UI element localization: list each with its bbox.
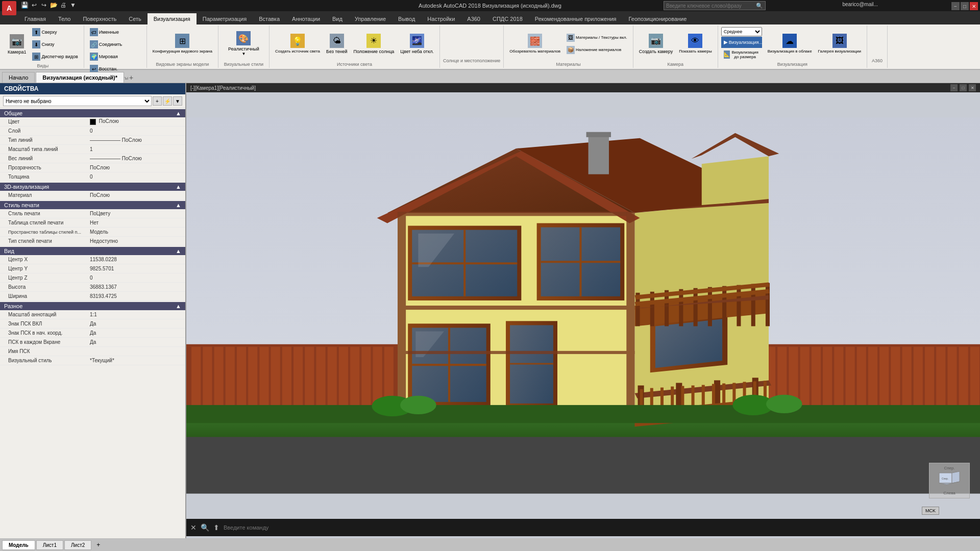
command-input[interactable]	[224, 524, 976, 531]
vp-maximize[interactable]: □	[960, 84, 967, 91]
tab-glavnaya[interactable]: Главная	[18, 13, 52, 24]
layout-tab-sheet2[interactable]: Лист2	[64, 540, 91, 550]
cloud-render-button[interactable]: ☁ Визуализация в облаке	[765, 32, 815, 55]
tab-annotacii[interactable]: Аннотации	[286, 13, 326, 24]
tab-spds[interactable]: СПДС 2018	[486, 13, 529, 24]
material-browser-button[interactable]: 🧱 Обозреватель материалов	[507, 32, 563, 55]
tab-nastroyki[interactable]: Настройки	[421, 13, 461, 24]
tab-telo[interactable]: Тело	[52, 13, 77, 24]
render-quality-select[interactable]: Среднее	[721, 27, 762, 36]
viewport[interactable]: [-][Камера1][Реалистичный] − □ ✕	[186, 83, 980, 538]
cmdline-search-icon[interactable]: 🔍	[201, 523, 209, 532]
tab-vizualizacia[interactable]: Визуализация	[148, 13, 197, 24]
show-cameras-button[interactable]: 👁 Показать камеры	[676, 32, 715, 55]
doc-tab-start[interactable]: Начало	[2, 72, 35, 83]
printstyle-section-header[interactable]: Стиль печати ▲	[0, 201, 185, 209]
misc-section-header[interactable]: Разное ▲	[0, 302, 185, 310]
join-button[interactable]: 🔗 Соединить	[87, 39, 143, 50]
object-selector[interactable]: Ничего не выбрано	[3, 96, 152, 106]
pstyletable-value[interactable]: Нет	[90, 220, 181, 226]
3d-section-header[interactable]: 3D-визуализация ▲	[0, 183, 185, 191]
tab-a360[interactable]: А360	[461, 13, 486, 24]
named-ucs-button[interactable]: 🏷 Именные	[87, 27, 143, 38]
cmdline-expand-icon[interactable]: ⬆	[213, 523, 219, 532]
props-filter-button[interactable]: ▼	[173, 96, 182, 106]
mck-button[interactable]: MCK	[922, 507, 939, 515]
vp-close[interactable]: ✕	[969, 84, 976, 91]
qat-save[interactable]: 💾	[20, 1, 29, 9]
close-button[interactable]: ✕	[970, 2, 978, 10]
qat-redo[interactable]: ↪	[40, 1, 48, 9]
tab-recommended[interactable]: Рекомендованные приложения	[529, 13, 623, 24]
general-section-header[interactable]: Общие ▲	[0, 109, 185, 117]
vp-minimize[interactable]: −	[950, 84, 958, 91]
new-tab-button[interactable]: +	[125, 72, 137, 83]
tab-vstavka[interactable]: Вставка	[253, 13, 286, 24]
noshadow-button[interactable]: 🌤 Без теней	[324, 32, 350, 56]
doc-tab-main[interactable]: Визуализация (исходный)*	[36, 72, 124, 83]
minimize-button[interactable]: −	[951, 2, 960, 10]
lineweight-value[interactable]: —————— ПоСлою	[90, 156, 181, 161]
props-pickadd-button[interactable]: +	[153, 96, 162, 106]
top-view-button[interactable]: ⬆ Сверху	[30, 27, 80, 38]
create-camera-button[interactable]: 📷 Создать камеру	[636, 32, 675, 56]
tab-vivod[interactable]: Вывод	[392, 13, 421, 24]
centerx-value[interactable]: 11538.0228	[90, 257, 181, 262]
realistic-style-button[interactable]: 🎨 Реалистичный ▼	[226, 30, 262, 58]
view-section-header[interactable]: Вид ▲	[0, 247, 185, 255]
textures-on-button[interactable]: 🖼 Материалы / Текстуры вкл.	[564, 32, 630, 43]
app-button[interactable]: A	[2, 1, 16, 15]
sun-position-button[interactable]: ☀ Положение солнца	[351, 32, 397, 56]
render-button[interactable]: ▶ Визуализация...	[721, 37, 762, 48]
tab-upravlenie[interactable]: Управление	[349, 13, 392, 24]
canvas-area[interactable]: Спер. Спер. Слева MCK	[186, 92, 980, 519]
qat-undo[interactable]: ↩	[30, 1, 38, 9]
render-gallery-button[interactable]: 🖼 Галерея визуализации	[816, 32, 864, 55]
view-manager-button[interactable]: ⊞ Диспетчер видов	[30, 51, 80, 62]
width-value[interactable]: 83193.4725	[90, 293, 181, 299]
create-light-button[interactable]: 💡 Создать источник света	[273, 32, 323, 55]
navigation-cube[interactable]: Спер. Спер. Слева	[929, 463, 970, 498]
cmdline-close-icon[interactable]: ✕	[190, 523, 197, 532]
vstyle-value[interactable]: *Текущий*	[90, 358, 181, 363]
layout-tab-model[interactable]: Модель	[2, 540, 35, 550]
tab-vid[interactable]: Вид	[326, 13, 349, 24]
ucseachvp-value[interactable]: Да	[90, 339, 181, 345]
tab-geo[interactable]: Геопозиционирование	[623, 13, 693, 24]
material-value[interactable]: ПоСлою	[90, 192, 181, 198]
tab-surface[interactable]: Поверхность	[77, 13, 122, 24]
viewport-config-button[interactable]: ⊞ Конфигурация видового экрана	[150, 32, 215, 55]
layer-value[interactable]: 0	[90, 128, 181, 134]
bottom-view-button[interactable]: ⬇ Снизу	[30, 39, 80, 50]
add-layout-button[interactable]: +	[92, 540, 104, 549]
ucsorigin-value[interactable]: Да	[90, 330, 181, 336]
map-materials-button[interactable]: 📦 Наложение материалов	[564, 44, 630, 56]
height-value[interactable]: 36883.1367	[90, 284, 181, 290]
ltscale-value[interactable]: 1	[90, 146, 181, 152]
search-bar[interactable]: 🔍	[664, 1, 766, 10]
centery-value[interactable]: 9825.5701	[90, 266, 181, 271]
sky-color-button[interactable]: 🌌 Цвет неба откл.	[398, 32, 436, 56]
tab-net[interactable]: Сеть	[122, 13, 147, 24]
layout-tab-sheet1[interactable]: Лист1	[36, 540, 63, 550]
qat-open[interactable]: 📂	[50, 1, 58, 9]
ucsicon-value[interactable]: Да	[90, 321, 181, 327]
pstyle-value[interactable]: ПоЦвету	[90, 211, 181, 216]
camera1-button[interactable]: 📷 Камера1	[5, 33, 29, 56]
centerz-value[interactable]: 0	[90, 275, 181, 281]
transparency-value[interactable]: ПоСлою	[90, 165, 181, 170]
props-quicksel-button[interactable]: ⚡	[163, 96, 172, 106]
qat-dropdown[interactable]: ▼	[69, 1, 77, 9]
world-button[interactable]: 🌍 Мировая	[87, 51, 143, 62]
maximize-button[interactable]: □	[961, 2, 969, 10]
pstyletype-value[interactable]: Недоступно	[90, 238, 181, 244]
qat-print[interactable]: 🖨	[59, 1, 67, 9]
tab-parametrizaciya[interactable]: Параметризация	[197, 13, 253, 24]
quick-access-toolbar: 💾 ↩ ↪ 📂 🖨 ▼	[20, 1, 77, 9]
linetype-value[interactable]: —————— ПоСлою	[90, 137, 181, 143]
annscale-value[interactable]: 1:1	[90, 312, 181, 317]
thickness-value[interactable]: 0	[90, 174, 181, 180]
search-input[interactable]	[666, 3, 756, 9]
render-tosize-button[interactable]: 📐 Визуализация до размера	[721, 48, 762, 61]
pstyletablespace-value[interactable]: Модель	[90, 229, 181, 235]
